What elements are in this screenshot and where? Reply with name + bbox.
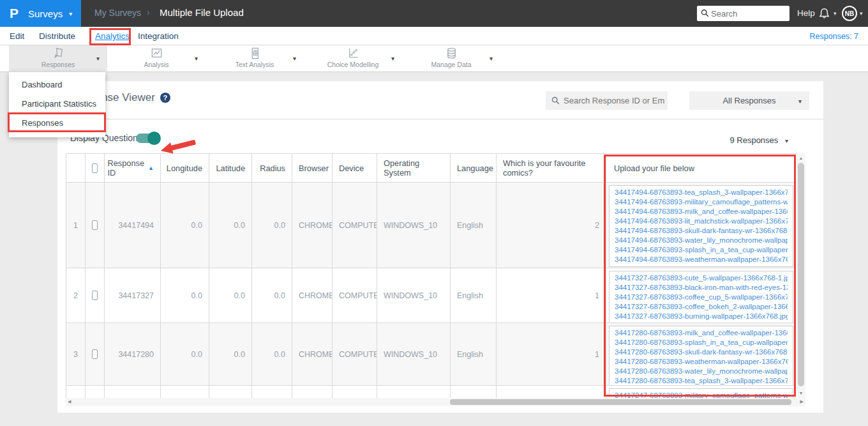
nav-item-edit[interactable]: Edit [10, 31, 24, 41]
tab-responses-chevron-icon[interactable]: ▾ [96, 55, 100, 62]
scroll-right-icon[interactable]: ▶ [800, 399, 804, 404]
file-link[interactable]: 34417280-68763893-splash_in_a_tea_cup-wa… [615, 338, 788, 347]
tab-label: Manage Data [431, 61, 471, 68]
horizontal-scrollbar[interactable]: ◀ ▶ [66, 398, 805, 406]
file-link[interactable]: 34417494-68763893-tea_splash_3-wallpaper… [615, 188, 788, 197]
tab-manage-data[interactable]: Manage Data ▾ [402, 45, 500, 72]
nav-item-distribute[interactable]: Distribute [39, 31, 75, 41]
tab-text-analysis-chevron-icon[interactable]: ▾ [293, 55, 296, 62]
column-header-radius[interactable]: Radius [252, 154, 292, 183]
file-link[interactable]: 34417280-68763893-weatherman-wallpaper-1… [615, 357, 788, 367]
select-all-checkbox[interactable] [92, 164, 98, 173]
text-analysis-icon [248, 47, 262, 60]
column-header-longitude[interactable]: Longitude [161, 154, 209, 183]
tab-label: Analysis [144, 61, 168, 68]
cell-browser [292, 386, 333, 399]
uploaded-files-box: 34417327-68763893-cute_5-wallpaper-1366x… [609, 271, 793, 323]
responses-filter-dropdown[interactable]: All Responses ▾ [689, 91, 809, 110]
column-header-response_id[interactable]: Response ID▲ [105, 154, 161, 183]
file-link[interactable]: 34417280-68763893-skull-dark-fantasy-wr-… [615, 347, 788, 357]
nav-item-analytics[interactable]: Analytics [95, 31, 130, 41]
column-header-browser[interactable]: Browser [292, 154, 333, 183]
avatar[interactable]: NB [842, 6, 857, 21]
help-link[interactable]: Help [797, 8, 815, 18]
cell-longitude: 0.0 [161, 268, 209, 323]
column-header-os[interactable]: Operating System [377, 154, 451, 183]
global-search[interactable] [697, 6, 789, 21]
vertical-scrollbar-thumb[interactable] [798, 163, 804, 386]
file-link[interactable]: 34417327-68763893-burning-wallpaper-1366… [615, 312, 788, 321]
column-header-comics[interactable]: Which is your favourite comics? [497, 154, 606, 183]
notifications-chevron-icon[interactable]: ▾ [834, 10, 837, 17]
global-search-input[interactable] [711, 6, 786, 21]
scroll-down-icon[interactable]: ▼ [797, 391, 805, 395]
product-menu[interactable]: P Surveys ▾ [0, 0, 81, 27]
file-link[interactable]: 34417494-68763893-splash_in_a_tea_cup-wa… [615, 245, 788, 255]
table-row: 1344174940.00.00.0CHROMECOMPUTERWINDOWS_… [66, 183, 797, 268]
cell-check [86, 386, 105, 399]
responses-count-link[interactable]: Responses: 7 [810, 32, 858, 41]
column-header-language[interactable]: Language [451, 154, 497, 183]
cell-language: English [451, 268, 497, 323]
file-link[interactable]: 34417494-68763893-skull-dark-fantasy-wr-… [615, 226, 788, 236]
scroll-up-icon[interactable]: ▲ [797, 156, 805, 160]
analysis-icon [150, 47, 163, 60]
tab-manage-data-chevron-icon[interactable]: ▾ [490, 55, 493, 62]
file-link[interactable]: 34417494-68763893-weatherman-wallpaper-1… [615, 255, 788, 264]
cell-num: 2 [66, 268, 86, 323]
table-row: 2344173270.00.00.0CHROMECOMPUTERWINDOWS_… [66, 268, 797, 323]
file-link[interactable]: 34417327-68763893-coffee_cup_5-wallpaper… [615, 293, 788, 302]
account-chevron-icon[interactable]: ▾ [860, 10, 863, 17]
tab-label: Responses [41, 61, 75, 68]
cell-comics: 1 [497, 268, 606, 323]
file-link[interactable]: 34417327-68763893-black-iron-man-with-re… [615, 283, 788, 293]
menu-item-participant-statistics[interactable]: Participant Statistics [9, 95, 105, 114]
avatar-initials: NB [845, 10, 854, 17]
column-header-check[interactable] [86, 154, 105, 183]
column-header-files[interactable]: Upload your file below [606, 154, 796, 183]
tab-analysis[interactable]: Analysis ▾ [107, 45, 206, 72]
response-viewer-panel: Response Viewer ? All Responses ▾ Displa… [57, 81, 823, 413]
tab-choice-modelling[interactable]: Choice Modelling ▾ [304, 45, 402, 72]
tab-responses[interactable]: Responses ▾ [9, 45, 107, 72]
responses-summary-dropdown[interactable]: 9 Responses ▾ [730, 135, 788, 145]
response-search-input[interactable] [564, 91, 664, 110]
column-header-latitude[interactable]: Latitude [209, 154, 252, 183]
menu-item-dashboard[interactable]: Dashboard [9, 75, 105, 95]
row-checkbox[interactable] [92, 220, 98, 230]
file-link[interactable]: 34417494-68763893-lit_matchstick-wallpap… [615, 217, 788, 226]
menu-item-responses[interactable]: Responses [9, 114, 105, 133]
column-label: Radius [260, 164, 285, 173]
file-link[interactable]: 34417280-68763893-tea_splash_3-wallpaper… [615, 376, 788, 386]
file-link[interactable]: 34417280-68763893-milk_and_coffee-wallpa… [615, 328, 788, 338]
help-icon[interactable]: ? [160, 93, 170, 103]
display-questions-toggle[interactable] [136, 133, 159, 143]
row-checkbox[interactable] [92, 291, 98, 300]
file-link[interactable]: 34417327-68763893-cute_5-wallpaper-1366x… [615, 273, 788, 283]
column-header-device[interactable]: Device [333, 154, 377, 183]
breadcrumb-parent[interactable]: My Surveys [94, 8, 141, 18]
tab-text-analysis[interactable]: Text Analysis ▾ [206, 45, 304, 72]
table-body: 1344174940.00.00.0CHROMECOMPUTERWINDOWS_… [66, 183, 797, 399]
top-header: P Surveys ▾ My Surveys › Multiple File U… [0, 0, 868, 27]
nav-item-integration[interactable]: Integration [138, 31, 179, 41]
file-link[interactable]: 34417327-68763893-coffee_bokeh_2-wallpap… [615, 302, 788, 312]
column-label: Response ID [107, 158, 144, 178]
cell-browser: CHROME [292, 268, 333, 323]
cell-radius: 0.0 [252, 323, 292, 386]
file-link[interactable]: 34417494-68763893-military_camouflage_pa… [615, 197, 788, 207]
horizontal-scrollbar-thumb[interactable] [450, 399, 791, 405]
tab-analysis-chevron-icon[interactable]: ▾ [195, 55, 198, 62]
notifications-bell-icon[interactable] [818, 7, 830, 19]
row-checkbox[interactable] [92, 349, 98, 359]
file-link[interactable]: 34417494-68763893-water_lily_monochrome-… [615, 236, 788, 245]
file-link[interactable]: 34417280-68763893-water_lily_monochrome-… [615, 367, 788, 376]
uploaded-files-box: 34417494-68763893-tea_splash_3-wallpaper… [609, 185, 793, 267]
scroll-left-icon[interactable]: ◀ [68, 399, 71, 404]
tab-choice-modelling-chevron-icon[interactable]: ▾ [391, 55, 394, 62]
manage-data-icon [445, 47, 458, 60]
response-search[interactable] [546, 91, 668, 110]
vertical-scrollbar[interactable]: ▲ ▼ [797, 153, 805, 398]
cell-num [66, 386, 86, 399]
file-link[interactable]: 34417494-68763893-milk_and_coffee-wallpa… [615, 207, 788, 217]
